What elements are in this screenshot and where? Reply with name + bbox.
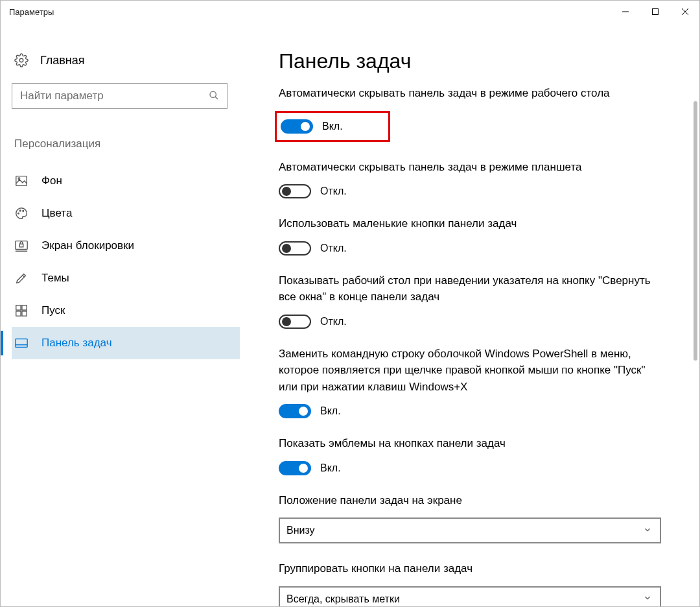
window-title: Параметры xyxy=(9,7,54,17)
nav-label: Панель задач xyxy=(41,337,112,350)
paint-icon xyxy=(14,271,29,285)
svg-rect-12 xyxy=(16,241,27,250)
setting-show-desktop: Показывать рабочий стол при наведении ук… xyxy=(279,272,661,329)
setting-label: Показать эмблемы на кнопках панели задач xyxy=(279,435,655,452)
grid-icon xyxy=(14,304,29,318)
highlighted-region: Вкл. xyxy=(275,111,390,142)
chevron-down-icon xyxy=(643,525,652,536)
svg-rect-19 xyxy=(16,339,27,348)
nav-label: Пуск xyxy=(41,304,65,317)
nav-label: Темы xyxy=(41,272,69,285)
setting-powershell: Заменить командную строку оболочкой Wind… xyxy=(279,346,661,419)
svg-point-10 xyxy=(19,210,21,211)
setting-label: Заменить командную строку оболочкой Wind… xyxy=(279,346,655,396)
setting-autohide-desktop: Автоматически скрывать панель задач в ре… xyxy=(279,85,661,142)
toggle-state: Откл. xyxy=(320,243,347,254)
setting-label: Использовать маленькие кнопки панели зад… xyxy=(279,215,655,232)
svg-point-4 xyxy=(19,58,23,62)
combine-select[interactable]: Всегда, скрывать метки xyxy=(279,586,661,608)
home-link[interactable]: Главная xyxy=(12,49,246,71)
svg-point-9 xyxy=(18,213,19,214)
position-select[interactable]: Внизу xyxy=(279,518,661,543)
select-value: Внизу xyxy=(286,525,315,536)
content: Панель задач Автоматически скрывать пане… xyxy=(246,23,700,607)
taskbar-icon xyxy=(14,336,29,350)
setting-label: Показывать рабочий стол при наведении ук… xyxy=(279,272,655,305)
setting-combine: Группировать кнопки на панели задач Всег… xyxy=(279,560,661,607)
setting-small-buttons: Использовать маленькие кнопки панели зад… xyxy=(279,215,661,256)
gear-icon xyxy=(14,53,29,67)
section-label: Персонализация xyxy=(12,137,246,150)
toggle-powershell[interactable] xyxy=(279,404,311,418)
svg-point-8 xyxy=(18,178,20,180)
sidebar: Главная Персонализация Фон Цвета Э xyxy=(0,23,246,607)
nav-label: Экран блокировки xyxy=(41,239,134,252)
lockscreen-icon xyxy=(14,239,29,253)
svg-point-5 xyxy=(210,91,216,97)
search-box[interactable] xyxy=(12,83,228,109)
svg-rect-15 xyxy=(16,305,21,310)
svg-line-6 xyxy=(215,97,218,99)
scrollbar[interactable] xyxy=(694,101,697,361)
toggle-state: Вкл. xyxy=(320,462,341,474)
sidebar-item-start[interactable]: Пуск xyxy=(12,294,240,327)
setting-label: Автоматически скрывать панель задач в ре… xyxy=(279,159,655,176)
toggle-autohide-tablet[interactable] xyxy=(279,184,311,198)
page-title: Панель задач xyxy=(279,49,661,73)
chevron-down-icon xyxy=(643,593,652,604)
toggle-state: Откл. xyxy=(320,316,347,327)
svg-point-11 xyxy=(23,210,24,211)
toggle-state: Вкл. xyxy=(320,405,341,417)
search-input[interactable] xyxy=(20,89,202,102)
setting-position: Положение панели задач на экране Внизу xyxy=(279,492,661,544)
nav-label: Цвета xyxy=(41,207,72,220)
svg-rect-13 xyxy=(19,244,23,247)
setting-autohide-tablet: Автоматически скрывать панель задач в ре… xyxy=(279,159,661,199)
svg-rect-1 xyxy=(653,9,659,15)
svg-rect-17 xyxy=(16,311,21,316)
window-controls xyxy=(611,0,700,23)
sidebar-item-background[interactable]: Фон xyxy=(12,165,240,197)
toggle-show-desktop[interactable] xyxy=(279,315,311,329)
svg-rect-16 xyxy=(22,305,27,310)
sidebar-item-colors[interactable]: Цвета xyxy=(12,197,240,230)
image-icon xyxy=(14,174,29,188)
sidebar-item-taskbar[interactable]: Панель задач xyxy=(12,327,240,359)
nav-label: Фон xyxy=(41,174,62,187)
setting-label: Положение панели задач на экране xyxy=(279,492,655,509)
toggle-small-buttons[interactable] xyxy=(279,241,311,256)
palette-icon xyxy=(14,206,29,220)
toggle-autohide-desktop[interactable] xyxy=(281,119,313,134)
setting-label: Группировать кнопки на панели задач xyxy=(279,560,655,577)
home-label: Главная xyxy=(40,54,85,67)
setting-badges: Показать эмблемы на кнопках панели задач… xyxy=(279,435,661,475)
search-icon xyxy=(209,90,219,102)
select-value: Всегда, скрывать метки xyxy=(286,593,400,605)
toggle-state: Вкл. xyxy=(322,121,343,132)
minimize-button[interactable] xyxy=(611,0,640,23)
setting-label: Автоматически скрывать панель задач в ре… xyxy=(279,85,655,102)
svg-rect-18 xyxy=(22,311,27,316)
titlebar: Параметры xyxy=(0,0,700,23)
sidebar-item-themes[interactable]: Темы xyxy=(12,262,240,294)
close-button[interactable] xyxy=(670,0,700,23)
sidebar-item-lockscreen[interactable]: Экран блокировки xyxy=(12,230,240,262)
toggle-state: Откл. xyxy=(320,185,347,197)
toggle-badges[interactable] xyxy=(279,461,311,475)
maximize-button[interactable] xyxy=(640,0,670,23)
